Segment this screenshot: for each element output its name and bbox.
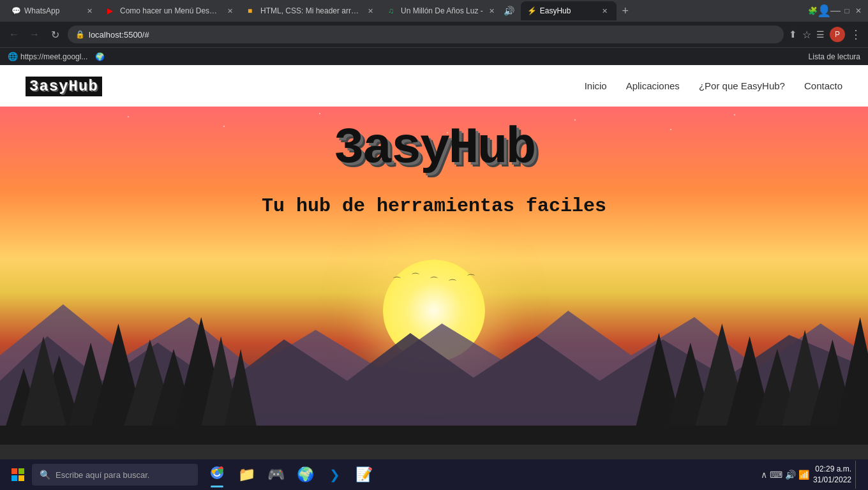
maximize-button[interactable]: □ — [842, 6, 851, 15]
show-desktop-button[interactable] — [855, 461, 859, 489]
minimize-button[interactable]: — — [831, 6, 840, 15]
taskbar-chrome[interactable] — [203, 461, 231, 489]
address-bar-row: ← → ↻ 🔒 localhost:5500/# ⬆ ☆ ☰ P ⋮ — [0, 22, 868, 47]
tab-label-menu: Como hacer un Menú Despl... — [120, 6, 221, 15]
music-favicon: ♫ — [388, 6, 397, 15]
title-bar: 💬 WhatsApp ✕ ▶ Como hacer un Menú Despl.… — [0, 0, 868, 22]
sys-icons: ∧ ⌨ 🔊 📶 — [761, 470, 809, 480]
tab-easyhub[interactable]: ⚡ EasyHub ✕ — [521, 1, 617, 20]
close-tab-html[interactable]: ✕ — [365, 6, 375, 16]
address-url: localhost:5500/# — [89, 30, 776, 40]
taskbar: 🔍 Escribe aquí para buscar. 📁 🎮 — [0, 459, 868, 490]
back-button[interactable]: ← — [6, 29, 22, 40]
close-tab-easyhub[interactable]: ✕ — [600, 6, 610, 16]
menu-icon[interactable]: ⋮ — [850, 27, 862, 41]
refresh-button[interactable]: ↻ — [47, 29, 63, 41]
svg-rect-20 — [0, 426, 868, 445]
chrome-icon — [209, 465, 225, 484]
svg-rect-24 — [19, 475, 24, 481]
address-bar[interactable]: 🔒 localhost:5500/# — [68, 26, 784, 43]
site-navigation: 3asyHub Inicio Aplicaciones ¿Por que Eas… — [0, 65, 868, 107]
network-icon[interactable]: 📶 — [798, 470, 809, 480]
hero-title-container: 3asyHub Tu hub de herramientas faciles — [262, 119, 606, 217]
taskbar-browser2[interactable]: 🌍 — [291, 461, 319, 489]
tab-label-easyhub: EasyHub — [540, 6, 596, 15]
nav-contacto[interactable]: Contacto — [804, 80, 842, 91]
toolbar-icons: ⬆ ☆ ☰ P ⋮ — [789, 27, 862, 42]
taskbar-system-tray: ∧ ⌨ 🔊 📶 02:29 a.m. 31/01/2022 — [761, 461, 864, 489]
bookmarks-bar: 🌐 https://meet.googl... 🌍 Lista de lectu… — [0, 47, 868, 65]
close-tab-whatsapp[interactable]: ✕ — [84, 6, 94, 16]
clock-display[interactable]: 02:29 a.m. 31/01/2022 — [813, 464, 851, 486]
hero-main-title: 3asyHub — [262, 119, 606, 177]
mountain-scene — [0, 241, 868, 445]
volume-icon[interactable]: 🔊 — [785, 470, 796, 480]
svg-rect-22 — [19, 468, 24, 474]
steam-icon: 🎮 — [267, 466, 285, 483]
start-button[interactable] — [4, 461, 32, 489]
site-logo[interactable]: 3asyHub — [26, 76, 102, 96]
vscode-icon: ❯ — [329, 467, 340, 482]
close-window-button[interactable]: ✕ — [854, 6, 863, 15]
files-icon: 📁 — [238, 466, 255, 483]
tab-music[interactable]: ♫ Un Millón De Años Luz - ✕ 🔊 — [382, 1, 521, 20]
reading-list-icon[interactable]: ☰ — [816, 29, 825, 40]
taskbar-vscode[interactable]: ❯ — [320, 461, 348, 489]
menu-favicon: ▶ — [107, 6, 116, 15]
html-favicon: ■ — [248, 6, 257, 15]
windows-logo-icon — [11, 468, 24, 481]
bookmark-star-icon[interactable]: ☆ — [802, 29, 811, 41]
forward-button[interactable]: → — [27, 29, 42, 40]
search-icon: 🔍 — [40, 470, 50, 480]
nav-inicio[interactable]: Inicio — [585, 80, 607, 91]
nav-porque[interactable]: ¿Por que EasyHub? — [699, 80, 785, 91]
profile-icon-titlebar[interactable]: 👤 — [819, 6, 828, 15]
taskbar-notepad[interactable]: 📝 — [350, 461, 378, 489]
chevron-up-icon[interactable]: ∧ — [761, 470, 767, 480]
close-tab-music[interactable]: ✕ — [487, 6, 497, 16]
svg-rect-21 — [11, 468, 17, 474]
taskbar-steam[interactable]: 🎮 — [262, 461, 290, 489]
taskbar-search[interactable]: 🔍 Escribe aquí para buscar. — [32, 464, 198, 486]
share-icon[interactable]: ⬆ — [789, 29, 797, 40]
tab-whatsapp[interactable]: 💬 WhatsApp ✕ — [5, 1, 101, 20]
taskbar-app-icons: 📁 🎮 🌍 ❯ 📝 — [203, 461, 378, 489]
bookmark-meet-label: https://meet.googl... — [20, 52, 87, 61]
tab-html[interactable]: ■ HTML, CSS: Mi header arruin... ✕ — [241, 1, 382, 20]
tab-menu[interactable]: ▶ Como hacer un Menú Despl... ✕ — [101, 1, 241, 20]
notepad-icon: 📝 — [355, 466, 373, 483]
meet-icon: 🌐 — [8, 52, 18, 61]
browser-frame: 💬 WhatsApp ✕ ▶ Como hacer un Menú Despl.… — [0, 0, 868, 65]
easyhub-favicon: ⚡ — [527, 6, 536, 15]
lock-icon: 🔒 — [75, 30, 85, 39]
reading-list-button[interactable]: Lista de lectura — [809, 52, 860, 61]
keyboard-icon[interactable]: ⌨ — [770, 470, 782, 480]
hero-banner: 3asyHub Tu hub de herramientas faciles ⌒… — [0, 107, 868, 445]
bookmark-meet[interactable]: 🌐 https://meet.googl... — [8, 52, 87, 61]
svg-rect-23 — [11, 475, 17, 481]
browser2-icon: 🌍 — [297, 466, 314, 483]
reading-list-label: Lista de lectura — [809, 52, 860, 61]
profile-avatar[interactable]: P — [830, 27, 845, 42]
clock-time: 02:29 a.m. — [813, 464, 851, 475]
globe-icon: 🌍 — [95, 52, 105, 61]
hero-subtitle: Tu hub de herramientas faciles — [262, 195, 606, 217]
nav-links: Inicio Aplicaciones ¿Por que EasyHub? Co… — [585, 80, 842, 91]
extensions-icon[interactable]: 🧩 — [808, 6, 817, 15]
new-tab-button[interactable]: + — [617, 2, 634, 20]
clock-date: 31/01/2022 — [813, 475, 851, 486]
tab-label-html: HTML, CSS: Mi header arruin... — [260, 6, 361, 15]
nav-aplicaciones[interactable]: Aplicaciones — [626, 80, 680, 91]
taskbar-files[interactable]: 📁 — [232, 461, 260, 489]
website-content: 3asyHub Inicio Aplicaciones ¿Por que Eas… — [0, 65, 868, 490]
search-placeholder-text: Escribe aquí para buscar. — [56, 470, 149, 480]
tab-label-whatsapp: WhatsApp — [24, 6, 80, 15]
logo-text: 3asyHub — [26, 77, 102, 96]
whatsapp-favicon: 💬 — [11, 6, 20, 15]
bookmark-globe-icon[interactable]: 🌍 — [95, 52, 105, 61]
tab-label-music: Un Millón De Años Luz - — [401, 6, 483, 15]
close-tab-menu[interactable]: ✕ — [225, 6, 235, 16]
window-controls: 🧩 👤 — □ ✕ — [803, 6, 863, 15]
